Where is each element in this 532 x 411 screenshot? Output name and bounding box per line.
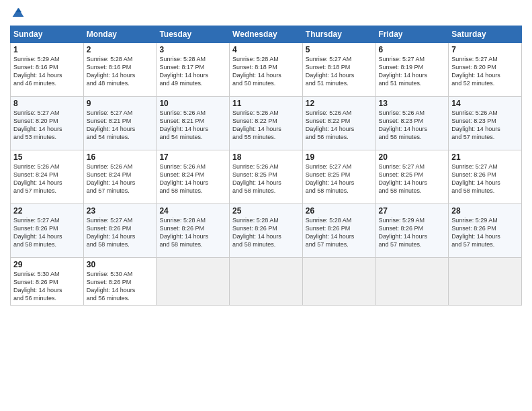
day-info: Sunrise: 5:28 AMSunset: 8:26 PMDaylight:…	[159, 216, 226, 249]
day-number: 28	[451, 206, 519, 216]
calendar-cell: 10Sunrise: 5:26 AMSunset: 8:21 PMDayligh…	[157, 97, 230, 150]
day-info: Sunrise: 5:26 AMSunset: 8:21 PMDaylight:…	[159, 109, 226, 142]
day-number: 22	[13, 206, 81, 216]
calendar-week-1: 1Sunrise: 5:29 AMSunset: 8:16 PMDaylight…	[11, 43, 522, 97]
day-info: Sunrise: 5:26 AMSunset: 8:23 PMDaylight:…	[451, 109, 519, 142]
day-number: 14	[451, 99, 519, 108]
day-number: 19	[306, 152, 373, 162]
day-number: 29	[13, 260, 81, 269]
logo	[10, 7, 25, 20]
calendar-cell	[375, 258, 449, 306]
calendar-cell: 4Sunrise: 5:28 AMSunset: 8:18 PMDaylight…	[230, 43, 303, 97]
calendar-header-row: SundayMondayTuesdayWednesdayThursdayFrid…	[11, 26, 522, 43]
calendar-cell: 3Sunrise: 5:28 AMSunset: 8:17 PMDaylight…	[157, 43, 230, 97]
day-number: 18	[232, 152, 300, 162]
calendar-cell: 20Sunrise: 5:27 AMSunset: 8:25 PMDayligh…	[375, 150, 449, 204]
calendar-cell: 19Sunrise: 5:27 AMSunset: 8:25 PMDayligh…	[302, 150, 375, 204]
calendar-week-5: 29Sunrise: 5:30 AMSunset: 8:26 PMDayligh…	[11, 258, 522, 306]
day-number: 9	[87, 99, 154, 108]
calendar-cell: 16Sunrise: 5:26 AMSunset: 8:24 PMDayligh…	[83, 150, 157, 204]
calendar-cell: 13Sunrise: 5:26 AMSunset: 8:23 PMDayligh…	[375, 97, 449, 150]
day-info: Sunrise: 5:29 AMSunset: 8:16 PMDaylight:…	[13, 55, 81, 88]
calendar-cell: 21Sunrise: 5:27 AMSunset: 8:26 PMDayligh…	[449, 150, 522, 204]
day-number: 27	[379, 206, 446, 216]
day-number: 21	[451, 152, 519, 162]
day-number: 7	[451, 45, 519, 54]
calendar-cell: 6Sunrise: 5:27 AMSunset: 8:19 PMDaylight…	[375, 43, 449, 97]
day-number: 4	[232, 45, 300, 54]
day-number: 15	[13, 152, 81, 162]
day-info: Sunrise: 5:27 AMSunset: 8:25 PMDaylight:…	[379, 163, 446, 195]
day-info: Sunrise: 5:28 AMSunset: 8:16 PMDaylight:…	[87, 55, 154, 88]
day-info: Sunrise: 5:27 AMSunset: 8:26 PMDaylight:…	[87, 216, 154, 249]
header	[10, 7, 522, 20]
day-number: 23	[87, 206, 154, 216]
day-info: Sunrise: 5:27 AMSunset: 8:25 PMDaylight:…	[306, 163, 373, 195]
calendar-cell	[449, 258, 522, 306]
day-number: 12	[306, 99, 373, 108]
day-number: 10	[159, 99, 226, 108]
calendar-cell: 23Sunrise: 5:27 AMSunset: 8:26 PMDayligh…	[83, 204, 157, 258]
weekday-header-sunday: Sunday	[11, 26, 84, 43]
calendar-cell: 27Sunrise: 5:29 AMSunset: 8:26 PMDayligh…	[375, 204, 449, 258]
day-number: 24	[159, 206, 226, 216]
day-number: 6	[379, 45, 446, 54]
day-number: 2	[87, 45, 154, 54]
day-number: 30	[87, 260, 154, 269]
calendar-cell	[230, 258, 303, 306]
weekday-header-friday: Friday	[375, 26, 449, 43]
day-number: 1	[13, 45, 81, 54]
day-number: 13	[379, 99, 446, 108]
calendar-cell: 28Sunrise: 5:29 AMSunset: 8:26 PMDayligh…	[449, 204, 522, 258]
day-number: 3	[159, 45, 226, 54]
day-number: 26	[306, 206, 373, 216]
day-info: Sunrise: 5:27 AMSunset: 8:21 PMDaylight:…	[87, 109, 154, 142]
day-info: Sunrise: 5:26 AMSunset: 8:24 PMDaylight:…	[87, 163, 154, 195]
weekday-header-monday: Monday	[83, 26, 157, 43]
calendar-week-3: 15Sunrise: 5:26 AMSunset: 8:24 PMDayligh…	[11, 150, 522, 204]
day-number: 8	[13, 99, 81, 108]
weekday-header-thursday: Thursday	[302, 26, 375, 43]
weekday-header-wednesday: Wednesday	[230, 26, 303, 43]
calendar-week-2: 8Sunrise: 5:27 AMSunset: 8:20 PMDaylight…	[11, 97, 522, 150]
calendar-cell: 26Sunrise: 5:28 AMSunset: 8:26 PMDayligh…	[302, 204, 375, 258]
day-info: Sunrise: 5:26 AMSunset: 8:22 PMDaylight:…	[232, 109, 300, 142]
calendar-cell	[157, 258, 230, 306]
day-info: Sunrise: 5:27 AMSunset: 8:26 PMDaylight:…	[13, 216, 81, 249]
day-info: Sunrise: 5:30 AMSunset: 8:26 PMDaylight:…	[13, 270, 81, 303]
day-info: Sunrise: 5:28 AMSunset: 8:17 PMDaylight:…	[159, 55, 226, 88]
day-info: Sunrise: 5:26 AMSunset: 8:22 PMDaylight:…	[306, 109, 373, 142]
calendar-cell: 25Sunrise: 5:28 AMSunset: 8:26 PMDayligh…	[230, 204, 303, 258]
weekday-header-saturday: Saturday	[449, 26, 522, 43]
day-info: Sunrise: 5:29 AMSunset: 8:26 PMDaylight:…	[379, 216, 446, 249]
calendar-cell: 2Sunrise: 5:28 AMSunset: 8:16 PMDaylight…	[83, 43, 157, 97]
weekday-header-tuesday: Tuesday	[157, 26, 230, 43]
day-info: Sunrise: 5:27 AMSunset: 8:20 PMDaylight:…	[13, 109, 81, 142]
day-number: 25	[232, 206, 300, 216]
day-info: Sunrise: 5:27 AMSunset: 8:18 PMDaylight:…	[306, 55, 373, 88]
day-number: 5	[306, 45, 373, 54]
day-info: Sunrise: 5:28 AMSunset: 8:26 PMDaylight:…	[306, 216, 373, 249]
day-number: 16	[87, 152, 154, 162]
calendar-cell: 14Sunrise: 5:26 AMSunset: 8:23 PMDayligh…	[449, 97, 522, 150]
calendar-cell: 12Sunrise: 5:26 AMSunset: 8:22 PMDayligh…	[302, 97, 375, 150]
day-info: Sunrise: 5:27 AMSunset: 8:19 PMDaylight:…	[379, 55, 446, 88]
day-info: Sunrise: 5:26 AMSunset: 8:24 PMDaylight:…	[159, 163, 226, 195]
day-number: 20	[379, 152, 446, 162]
calendar-cell: 29Sunrise: 5:30 AMSunset: 8:26 PMDayligh…	[11, 258, 84, 306]
day-info: Sunrise: 5:28 AMSunset: 8:18 PMDaylight:…	[232, 55, 300, 88]
calendar-cell: 7Sunrise: 5:27 AMSunset: 8:20 PMDaylight…	[449, 43, 522, 97]
calendar-cell: 15Sunrise: 5:26 AMSunset: 8:24 PMDayligh…	[11, 150, 84, 204]
calendar-week-4: 22Sunrise: 5:27 AMSunset: 8:26 PMDayligh…	[11, 204, 522, 258]
day-info: Sunrise: 5:26 AMSunset: 8:23 PMDaylight:…	[379, 109, 446, 142]
logo-icon	[11, 7, 25, 20]
calendar: SundayMondayTuesdayWednesdayThursdayFrid…	[10, 26, 522, 306]
day-info: Sunrise: 5:28 AMSunset: 8:26 PMDaylight:…	[232, 216, 300, 249]
day-info: Sunrise: 5:30 AMSunset: 8:26 PMDaylight:…	[87, 270, 154, 303]
calendar-cell: 17Sunrise: 5:26 AMSunset: 8:24 PMDayligh…	[157, 150, 230, 204]
calendar-cell: 5Sunrise: 5:27 AMSunset: 8:18 PMDaylight…	[302, 43, 375, 97]
day-info: Sunrise: 5:29 AMSunset: 8:26 PMDaylight:…	[451, 216, 519, 249]
calendar-cell: 9Sunrise: 5:27 AMSunset: 8:21 PMDaylight…	[83, 97, 157, 150]
calendar-cell: 22Sunrise: 5:27 AMSunset: 8:26 PMDayligh…	[11, 204, 84, 258]
svg-marker-1	[16, 8, 21, 13]
